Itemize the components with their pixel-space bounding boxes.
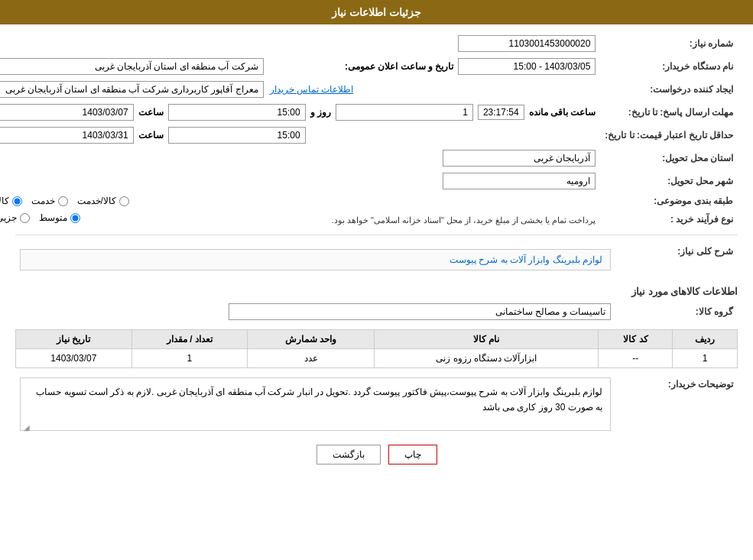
- goods-info-title: اطلاعات کالاهای مورد نیاز: [15, 286, 738, 297]
- buyer-name-label: نام دستگاه خریدار:: [600, 55, 738, 78]
- col-radif: ردیف: [673, 330, 738, 349]
- category-khadamat-radio[interactable]: [58, 196, 68, 206]
- col-tarikh: تاریخ نیاز: [16, 330, 132, 349]
- process-note: پرداخت تمام یا بخشی از مبلغ خرید، از محل…: [332, 215, 596, 225]
- city-value: ارومیه: [443, 173, 596, 189]
- process-motavaset-label: متوسط: [39, 212, 67, 223]
- category-kala-khadamat-radio[interactable]: [119, 196, 129, 206]
- category-kala-label: کالا: [0, 196, 9, 206]
- cell-kala_name: ابزارآلات دستگاه رزوه زنی: [375, 349, 599, 368]
- deadline-time-value: 15:00: [168, 104, 306, 121]
- niyaz-number-label: شماره نیاز:: [600, 32, 738, 55]
- buyer-notes-label: توضیحات خریدار:: [615, 374, 738, 434]
- category-kala-item[interactable]: کالا: [0, 196, 22, 206]
- buyer-notes-value: لوازم بلبرینگ وابزار آلات به شرح پیوست،پ…: [36, 387, 602, 413]
- back-button[interactable]: بازگشت: [316, 445, 381, 465]
- deadline-remaining-value: 23:17:54: [478, 105, 524, 120]
- price-validity-time-label: ساعت: [138, 130, 164, 141]
- category-kala-radio[interactable]: [12, 196, 22, 206]
- col-tedad: تعداد / مقدار: [131, 330, 248, 349]
- process-jozii-radio[interactable]: [20, 213, 30, 223]
- category-khadamat-label: خدمت: [31, 196, 55, 206]
- cell-kala_code: --: [599, 349, 673, 368]
- province-value: آذربایجان غربی: [443, 150, 596, 167]
- category-label: طبقه بندی موضوعی:: [600, 193, 738, 209]
- cell-vahed: عدد: [248, 349, 375, 368]
- price-validity-label: حداقل تاریخ اعتبار قیمت: تا تاریخ:: [600, 124, 738, 147]
- city-label: شهر محل تحویل:: [600, 170, 738, 193]
- deadline-time-label: ساعت: [138, 107, 164, 118]
- cell-radif: 1: [673, 349, 738, 368]
- print-button[interactable]: چاپ: [388, 445, 437, 465]
- category-kala-khadamat-label: کالا/خدمت: [77, 196, 116, 206]
- col-vahed: واحد شمارش: [248, 330, 375, 349]
- category-khadamat-item[interactable]: خدمت: [31, 196, 68, 206]
- col-kala-name: نام کالا: [375, 330, 599, 349]
- announce-date-value: 1403/03/05 - 15:00: [458, 58, 596, 75]
- goods-group-label: گروه کالا:: [615, 300, 738, 323]
- buyer-name-value: شرکت آب منطقه ای استان آذربایجان غربی: [0, 58, 264, 75]
- announce-date-label: تاریخ و ساعت اعلان عمومی:: [345, 61, 453, 72]
- process-jozii-label: جزیی: [0, 212, 17, 223]
- price-validity-date-value: 1403/03/31: [0, 127, 134, 144]
- cell-tarikh: 1403/03/07: [16, 349, 132, 368]
- cell-tedad: 1: [131, 349, 248, 368]
- deadline-label: مهلت ارسال پاسخ: تا تاریخ:: [600, 101, 738, 124]
- separator-1: [15, 235, 738, 235]
- deadline-days-value: 1: [336, 104, 473, 121]
- process-motavaset-item[interactable]: متوسط: [39, 212, 80, 223]
- niyaz-number-value: 1103001453000020: [458, 35, 596, 52]
- requester-value: معراج آقاپور کاربرداری شرکت آب منطقه ای …: [0, 81, 264, 98]
- button-row: چاپ بازگشت: [15, 445, 738, 465]
- col-kala-code: کد کالا: [599, 330, 673, 349]
- process-motavaset-radio[interactable]: [70, 213, 80, 223]
- sharh-value: لوازم بلبرینگ وابزار آلات به شرح پیوست: [450, 254, 602, 265]
- goods-group-value: تاسیسات و مصالح ساختمانی: [229, 303, 611, 320]
- requester-label: ایجاد کننده درخواست:: [600, 78, 738, 101]
- process-jozii-item[interactable]: جزیی: [0, 212, 30, 223]
- requester-contact-link[interactable]: اطلاعات تماس خریدار: [270, 84, 354, 95]
- page-header: جزئیات اطلاعات نیاز: [0, 0, 753, 24]
- table-row: 1--ابزارآلات دستگاه رزوه زنیعدد11403/03/…: [16, 349, 738, 368]
- goods-table: ردیف کد کالا نام کالا واحد شمارش تعداد /…: [15, 329, 738, 368]
- price-validity-time-value: 15:00: [168, 127, 306, 144]
- sharh-label: شرح کلی نیاز:: [615, 241, 738, 278]
- sharh-value-box: لوازم بلبرینگ وابزار آلات به شرح پیوست: [20, 249, 611, 270]
- resize-handle: ◢: [22, 421, 30, 429]
- process-label: نوع فرآیند خرید :: [600, 209, 738, 228]
- buyer-notes-box: لوازم بلبرینگ وابزار آلات به شرح پیوست،پ…: [20, 377, 611, 431]
- deadline-days-label: روز و: [310, 107, 331, 118]
- deadline-remaining-label: ساعت باقی مانده: [529, 107, 596, 118]
- province-label: استان محل تحویل:: [600, 147, 738, 170]
- page-title: جزئیات اطلاعات نیاز: [332, 6, 421, 18]
- category-kala-khadamat-item[interactable]: کالا/خدمت: [77, 196, 129, 206]
- deadline-date-value: 1403/03/07: [0, 104, 134, 121]
